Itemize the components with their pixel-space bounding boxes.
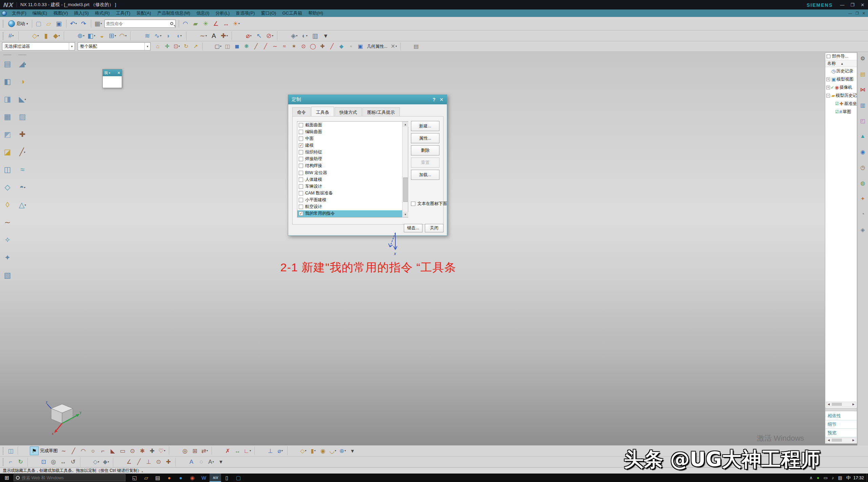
dialog-titlebar[interactable]: 定制 ? ✕ <box>288 95 447 104</box>
reuse-library-icon[interactable]: ◰ <box>859 116 867 125</box>
datum-plane-icon[interactable]: ◇ <box>31 31 40 41</box>
list-scrollbar[interactable]: ▲ ▼ <box>402 122 408 217</box>
checkbox-icon[interactable] <box>299 205 303 209</box>
toolbar-list-item[interactable]: 建模 <box>297 142 403 149</box>
measure-arc-icon[interactable]: ◠ <box>181 19 190 28</box>
undo-icon[interactable]: ↶ <box>69 19 78 28</box>
chamfer-icon[interactable]: ◣ <box>108 446 117 455</box>
properties-button[interactable]: 属性... <box>411 133 439 143</box>
scroll-left-icon[interactable]: ◀ <box>826 439 831 442</box>
roles-gear-icon[interactable]: ⚙ <box>859 54 867 63</box>
revolve-icon[interactable]: ◆ <box>52 31 61 41</box>
message-icon[interactable]: ▤ <box>838 475 842 480</box>
geometric-properties-button[interactable]: 几何属性... <box>365 44 389 49</box>
more-commands-icon[interactable]: ▾ <box>321 31 331 41</box>
snap-endpoint-icon[interactable]: ╱ <box>252 42 260 50</box>
checkbox-icon[interactable] <box>299 198 303 202</box>
pan-icon[interactable]: ↔ <box>59 458 68 466</box>
visibility-check-icon[interactable]: ✓ <box>831 85 834 90</box>
checkbox-icon[interactable] <box>299 171 303 175</box>
custom-toolbar-floating[interactable]: 我 ▾ ✕ <box>102 69 122 88</box>
chevron-down-icon[interactable]: ▾ <box>109 71 110 75</box>
constraint-navigator-icon[interactable]: ⋈ <box>859 85 867 94</box>
surface-icon[interactable]: ◖ <box>174 31 184 41</box>
h-scrollbar[interactable]: ◀ ▶ <box>826 402 856 407</box>
taskbar-search-input[interactable] <box>22 476 123 480</box>
graphics-window[interactable]: ▤◧◨▦◩◪◫◇◊∼✧✦▧ ◢◑◣▨✚╱≈◓△ 我 ▾ ✕ 定制 ? ✕ 命令工… <box>0 52 868 445</box>
extrude-icon[interactable]: ▮ <box>41 31 51 41</box>
polygon-icon[interactable]: ⊙ <box>128 446 137 455</box>
checkbox-icon[interactable] <box>299 150 303 154</box>
volume-icon[interactable]: ♪ <box>832 475 834 480</box>
doc-restore-button[interactable]: ❐ <box>855 11 859 16</box>
quick-extend-icon[interactable]: ↔ <box>233 446 242 455</box>
quick-trim-icon[interactable]: ✗ <box>223 446 232 455</box>
refit-face-icon[interactable]: ▨ <box>16 111 28 123</box>
toolbar-list-item[interactable]: 航空设计 <box>297 204 403 210</box>
notes-icon[interactable]: ▢ <box>233 474 244 482</box>
checkbox-icon[interactable] <box>299 143 303 148</box>
sweep-sheet-icon[interactable]: ✦ <box>1 252 14 264</box>
rotate-view-icon[interactable]: ↺ <box>68 458 78 466</box>
reset-button[interactable]: 重置 <box>411 158 439 168</box>
checkbox-icon[interactable] <box>299 184 303 189</box>
toolbar-handle[interactable] <box>4 55 11 56</box>
panel-details[interactable]: 细节 <box>825 420 857 429</box>
toolbar-handle[interactable] <box>3 20 4 27</box>
unite-icon[interactable]: ⊕ <box>76 31 86 41</box>
through-curve-mesh-icon[interactable]: ▦ <box>1 111 14 123</box>
menu-gc-toolbox[interactable]: GC工具箱 <box>279 9 305 17</box>
menu-analysis[interactable]: 分析(L) <box>212 9 233 17</box>
patch-opening-icon[interactable]: ◑ <box>16 76 28 88</box>
wireframe-icon[interactable]: ◇ <box>92 458 101 466</box>
toolbar-list-item[interactable]: 小平面建模 <box>297 197 403 204</box>
h-scrollbar[interactable]: ◀ ▶ <box>826 438 856 443</box>
toolbar-list-item[interactable]: 截面曲面 <box>297 122 403 128</box>
help-icon[interactable]: ? <box>433 97 436 102</box>
custom-toolbar-titlebar[interactable]: 我 ▾ ✕ <box>103 69 122 76</box>
toolbar-handle[interactable] <box>3 32 4 40</box>
curve-icon[interactable]: ∼ <box>198 31 208 41</box>
menu-preferences[interactable]: 首选项(P) <box>233 9 258 17</box>
measure-distance-icon[interactable]: ↔ <box>221 19 231 28</box>
snap-point-set-icon[interactable]: ✛ <box>163 42 172 50</box>
scroll-right-icon[interactable]: ▶ <box>851 403 856 406</box>
sketch-task-env-icon[interactable]: ◫ <box>6 446 15 455</box>
extract-geometry-icon[interactable]: ◧ <box>1 76 14 88</box>
command-finder[interactable] <box>104 20 176 28</box>
process-studio-icon[interactable]: ◍ <box>859 179 867 187</box>
sort-ascending-icon[interactable]: ▲ <box>841 62 844 65</box>
menu-edit[interactable]: 编辑(E) <box>29 9 50 17</box>
nav-row-datum-csys[interactable]: ☑ ✚ 基准坐标系 <box>825 100 857 108</box>
window-titlebar[interactable]: NX NX 11.0.0.33 - 建模 - [_model3.prt （修改的… <box>0 0 868 9</box>
offset-curve-icon[interactable]: ◎ <box>180 446 190 455</box>
snap-tangent-icon[interactable]: ╱ <box>328 42 336 50</box>
file-explorer-icon[interactable]: ▱ <box>140 474 152 482</box>
line-icon[interactable]: ╱ <box>69 446 78 455</box>
minimize-button[interactable]: — <box>840 2 845 7</box>
open-file-icon[interactable]: ▱ <box>44 19 54 28</box>
fit-spline-icon[interactable]: ≈ <box>16 164 28 176</box>
snap-region-icon[interactable]: ⊡ <box>172 42 181 50</box>
point-icon[interactable]: ✚ <box>219 31 229 41</box>
toolbar-list-item[interactable]: 中面 <box>297 135 403 142</box>
expand-icon[interactable] <box>826 69 830 73</box>
view-orient-icon[interactable]: ◈ <box>289 31 299 41</box>
toolbar-list-item[interactable]: 我的常用的指令 <box>297 210 403 217</box>
menu-window[interactable]: 窗口(O) <box>258 9 279 17</box>
find-icon[interactable]: ◌ <box>197 458 206 466</box>
checkbox-icon[interactable] <box>299 123 303 127</box>
snap-circle-icon[interactable]: ◯ <box>309 42 317 50</box>
shell-icon[interactable]: ◒ <box>97 31 107 41</box>
tray-chevron-icon[interactable]: ∧ <box>809 475 813 480</box>
menu-view[interactable]: 视图(V) <box>50 9 71 17</box>
snap-end-b-icon[interactable]: ╱ <box>134 458 143 466</box>
four-point-surface-icon[interactable]: ▤ <box>1 58 14 70</box>
close-icon[interactable]: ✕ <box>439 97 443 102</box>
scrollbar-thumb[interactable] <box>832 439 842 442</box>
menu-information[interactable]: 信息(I) <box>193 9 212 17</box>
orient-wcs-icon[interactable]: ↗ <box>191 42 200 50</box>
checkbox-icon[interactable] <box>299 137 303 141</box>
selection-scope-dropdown[interactable]: 整个装配 ▾ <box>78 42 151 50</box>
point-cloud-icon[interactable]: ✚ <box>16 128 28 141</box>
